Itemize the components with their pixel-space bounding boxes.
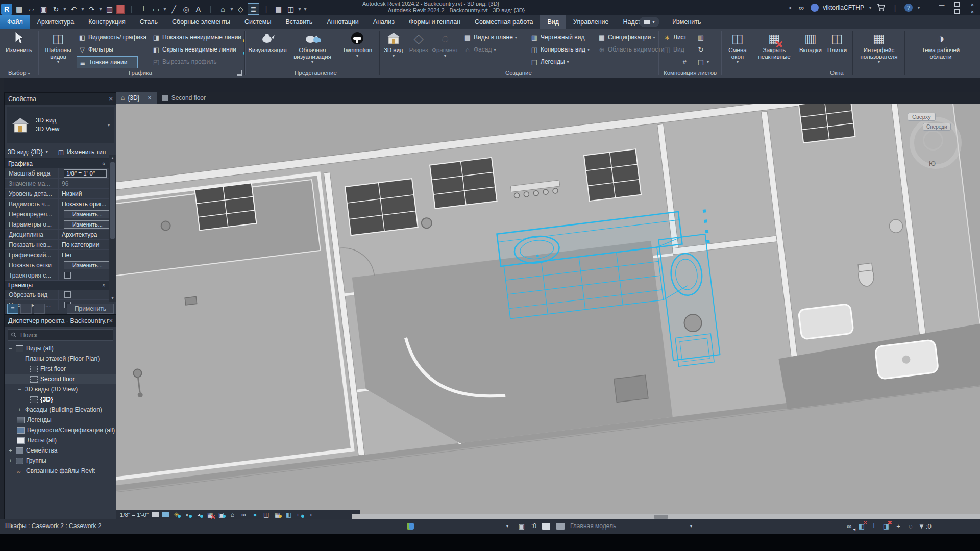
ribbon-state-toggle[interactable]: ▾: [639, 17, 659, 27]
user-interface-button[interactable]: ▦ Интерфейс пользователя ▾: [855, 30, 902, 66]
tree-collapse-icon[interactable]: −: [17, 386, 22, 392]
horizontal-scrollbar[interactable]: [352, 514, 980, 519]
browser-close-icon[interactable]: ×: [109, 317, 113, 324]
prop-row[interactable]: Параметры о...Изменить...: [5, 219, 109, 230]
tab-views-button[interactable]: ▥ Вкладки: [797, 30, 824, 66]
sort-descending-icon[interactable]: [34, 304, 45, 314]
detail-level-icon[interactable]: [152, 512, 159, 517]
reveal-hidden-icon[interactable]: ●: [251, 511, 259, 518]
view-tab-second-floor[interactable]: Second floor: [157, 92, 211, 104]
tab-view[interactable]: Вид: [540, 15, 566, 29]
crop-region-icon[interactable]: ▣: [217, 511, 225, 518]
tree-item-legends[interactable]: Легенды: [5, 415, 116, 425]
tree-item-3d[interactable]: {3D}: [5, 394, 116, 405]
checkbox[interactable]: [64, 291, 71, 298]
worksets-dropdown-icon[interactable]: ▾: [503, 521, 512, 531]
save-icon[interactable]: ▣: [38, 4, 49, 14]
shadows-icon[interactable]: ◐: [184, 511, 191, 518]
plan-views-button[interactable]: ▤ Виды в плане ▾: [462, 32, 529, 43]
tree-item-second-floor[interactable]: Second floor: [5, 374, 116, 384]
tab-modify[interactable]: Изменить: [665, 15, 708, 29]
switch-windows-icon[interactable]: ◫: [285, 4, 296, 14]
close-inactive-views-icon[interactable]: ▦: [273, 4, 284, 14]
editable-only-icon[interactable]: ▣: [517, 521, 526, 531]
design-options-icon[interactable]: [542, 521, 551, 531]
measure-dropdown-icon[interactable]: ▾: [163, 4, 167, 14]
tree-item-floor-plans[interactable]: −Планы этажей (Floor Plan): [5, 354, 116, 364]
measure-icon[interactable]: ▭: [151, 4, 161, 14]
displacement-icon[interactable]: ◫: [262, 511, 270, 518]
prop-row[interactable]: ДисциплинаАрхитектура: [5, 230, 109, 240]
store-cart-icon[interactable]: [876, 4, 886, 11]
people-icon[interactable]: ∞: [796, 2, 806, 13]
minimize-button[interactable]: —: [935, 1, 948, 8]
username[interactable]: viktoriiaCFTHP: [823, 4, 864, 11]
guide-grid-icon[interactable]: #: [679, 56, 692, 67]
locked-view-icon[interactable]: ⌂: [229, 511, 236, 518]
tab-structure[interactable]: Конструкция: [81, 15, 133, 29]
select-panel-label[interactable]: Выбор ▾: [8, 70, 30, 76]
instance-selector[interactable]: 3D вид: {3D}: [8, 148, 43, 156]
view-tab-3d[interactable]: ⌂ {3D} ×: [116, 92, 157, 104]
select-pinned-icon[interactable]: ⊤: [869, 521, 878, 531]
matchline-icon[interactable]: ▤▾: [695, 56, 713, 67]
search-input[interactable]: [19, 331, 110, 339]
sort-ascending-icon[interactable]: [20, 304, 32, 314]
tab-manage[interactable]: Управление: [566, 15, 616, 29]
collapse-left-icon[interactable]: ◂: [788, 2, 792, 13]
measure-constraints-icon[interactable]: ▭: [296, 511, 304, 518]
tab-file[interactable]: Файл: [0, 15, 30, 29]
view-templates-button[interactable]: ◫ Шаблоны видов ▾: [42, 30, 75, 66]
open-file-icon[interactable]: ▱: [26, 4, 37, 14]
tag-icon[interactable]: ◎: [181, 4, 191, 14]
switch-windows-button[interactable]: ◫ Смена окон ▾: [724, 30, 751, 66]
tree-item-views[interactable]: −Виды (all): [5, 343, 116, 354]
render-button[interactable]: Визуализация: [249, 30, 286, 66]
prop-row[interactable]: Показать нев...По категории: [5, 240, 109, 250]
tab-annotate[interactable]: Аннотации: [320, 15, 365, 29]
design-option-dropdown-icon[interactable]: ▾: [687, 521, 696, 531]
properties-filter-icon[interactable]: ≣: [7, 304, 18, 314]
prop-row[interactable]: Траектория с...: [5, 270, 109, 281]
crop-view-icon[interactable]: ▦: [206, 511, 214, 518]
view3d-button[interactable]: 3D вид ▾: [382, 30, 405, 66]
scale-button[interactable]: 1/8" = 1'-0": [120, 512, 149, 518]
workspace-theme-button[interactable]: ◑ Тема рабочей области: [913, 30, 969, 66]
select-underlay-icon[interactable]: ◧: [857, 521, 866, 531]
tab-insert[interactable]: Вставить: [278, 15, 320, 29]
thin-lines-toggle-icon[interactable]: ≣: [248, 3, 259, 15]
collapse-bar-icon[interactable]: ‹: [307, 511, 315, 518]
edit-button[interactable]: Изменить...: [64, 210, 109, 218]
type-selector[interactable]: 3D вид 3D View ▾: [7, 107, 114, 143]
tree-item-elevations[interactable]: +Фасады (Building Elevation): [5, 405, 116, 415]
properties-icon[interactable]: ▤: [14, 4, 24, 14]
section-extents[interactable]: Границы«: [5, 281, 109, 290]
avatar[interactable]: [811, 4, 819, 12]
section-icon[interactable]: ◇: [235, 4, 246, 14]
view-cube-front-face[interactable]: Спереди: [923, 123, 951, 131]
checkbox[interactable]: [64, 272, 71, 279]
tree-collapse-icon[interactable]: −: [8, 345, 13, 352]
properties-close-icon[interactable]: ×: [109, 95, 113, 103]
edit-button[interactable]: Изменить...: [64, 261, 109, 269]
revit-logo[interactable]: R: [1, 4, 12, 15]
prop-row[interactable]: Уровень дета...Низкий: [5, 189, 109, 199]
close-button[interactable]: ×: [966, 1, 979, 8]
sun-path-icon[interactable]: ☀: [173, 511, 180, 518]
worksets-icon[interactable]: [406, 521, 415, 531]
section-graphics[interactable]: Графика«: [5, 159, 109, 168]
hide-isolate-icon[interactable]: ∞: [240, 511, 248, 518]
print-icon[interactable]: ▥: [104, 4, 115, 14]
twinmotion-button[interactable]: Twinmotion ▾: [338, 30, 377, 66]
aligned-dimension-icon[interactable]: ╱: [168, 4, 179, 14]
section-box-icon[interactable]: ◧: [285, 511, 292, 518]
drag-on-selection-icon[interactable]: +: [894, 521, 903, 531]
help-icon[interactable]: ?: [904, 4, 913, 12]
thin-lines-button[interactable]: ≣ Тонкие линии: [77, 56, 138, 68]
browser-search[interactable]: [8, 329, 113, 341]
filters-button[interactable]: ▽ Фильтры: [77, 44, 152, 55]
redo-dropdown-icon[interactable]: ▾: [99, 4, 103, 14]
view-cube[interactable]: Сверху Спереди Ю: [900, 108, 967, 174]
duplicate-view-button[interactable]: ◫ Копировать вид ▾: [529, 44, 598, 55]
switch-windows-dropdown-icon[interactable]: ▾: [298, 4, 302, 14]
